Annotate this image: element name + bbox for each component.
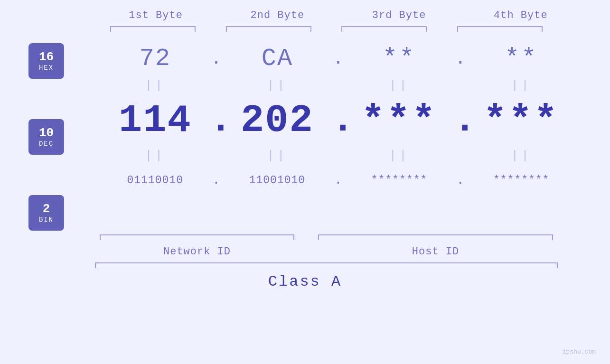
eq-row-1: || || || || (95, 76, 582, 94)
column-headers: 1st Byte 2nd Byte 3rd Byte 4th Byte (28, 9, 582, 21)
network-id-label: Network ID (95, 246, 299, 258)
badge-dec: 10 DEC (28, 119, 64, 155)
bin-cell-2: 11001010 (230, 174, 325, 187)
badge-hex-label: HEX (39, 64, 54, 72)
eq-2-2: || (230, 149, 325, 163)
eq-row-2: || || || || (95, 147, 582, 165)
bin-cell-4: ******** (474, 174, 569, 187)
col-header-2: 2nd Byte (230, 9, 325, 21)
hex-dot-2: . (331, 48, 345, 69)
dec-cell-3: *** (352, 99, 447, 143)
bin-dot-3: . (453, 173, 468, 187)
badge-hex: 16 HEX (28, 43, 64, 79)
badge-hex-number: 16 (39, 50, 54, 64)
hex-val-3: ** (383, 45, 416, 73)
data-rows: 72 . CA . ** . ** || || (95, 41, 582, 196)
eq-1-2: || (230, 78, 325, 93)
hex-val-1: 72 (140, 45, 171, 73)
dec-val-1: 114 (119, 99, 192, 143)
watermark: ipshu.com (563, 348, 596, 355)
hex-dot-1: . (209, 48, 223, 69)
top-brackets (28, 26, 582, 34)
dec-val-4: *** (483, 99, 559, 143)
col-header-3: 3rd Byte (352, 9, 447, 21)
eq-2-3: || (352, 149, 447, 163)
dec-dot-1: . (209, 101, 223, 140)
network-bracket (95, 234, 299, 242)
bin-cell-1: 01110010 (108, 174, 203, 187)
content-area: 16 HEX 10 DEC 2 BIN 72 . CA (28, 41, 582, 231)
bin-val-1: 01110010 (127, 174, 183, 187)
col-header-1: 1st Byte (108, 9, 203, 21)
bin-row: 01110010 . 11001010 . ******** . *******… (95, 165, 582, 196)
hex-cell-1: 72 (108, 45, 203, 73)
full-bracket-line (95, 262, 558, 263)
hex-val-4: ** (505, 45, 538, 73)
host-id-label: Host ID (313, 246, 558, 258)
bin-dot-2: . (331, 173, 345, 187)
id-labels: Network ID Host ID (28, 246, 582, 258)
eq-1-4: || (474, 78, 569, 93)
dec-cell-1: 114 (108, 99, 203, 143)
dec-row: 114 . 202 . *** . *** (95, 94, 582, 147)
bracket-3 (337, 26, 432, 34)
bin-cell-3: ******** (352, 174, 447, 187)
hex-cell-2: CA (230, 45, 325, 73)
dec-cell-4: *** (474, 99, 569, 143)
badge-dec-number: 10 (39, 126, 54, 140)
class-label: Class A (28, 273, 582, 290)
dec-dot-3: . (453, 101, 468, 140)
hex-row: 72 . CA . ** . ** (95, 41, 582, 76)
eq-2-4: || (474, 149, 569, 163)
bin-val-2: 11001010 (249, 174, 305, 187)
badges-column: 16 HEX 10 DEC 2 BIN (28, 41, 95, 231)
bin-dot-1: . (209, 173, 223, 187)
full-bottom-bracket (28, 262, 582, 263)
bin-val-4: ******** (493, 174, 549, 187)
badge-bin-label: BIN (39, 216, 54, 224)
bin-val-3: ******** (371, 174, 427, 187)
dec-cell-2: 202 (230, 99, 325, 143)
hex-cell-4: ** (474, 45, 569, 73)
host-bracket (313, 234, 558, 242)
badge-bin-number: 2 (43, 202, 50, 216)
bottom-brackets (28, 234, 582, 242)
badge-bin: 2 BIN (28, 195, 64, 231)
eq-2-1: || (108, 149, 203, 163)
bracket-2 (221, 26, 316, 34)
eq-1-3: || (352, 78, 447, 93)
col-header-4: 4th Byte (473, 9, 568, 21)
hex-dot-3: . (453, 48, 468, 69)
bracket-4 (452, 26, 547, 34)
main-container: 1st Byte 2nd Byte 3rd Byte 4th Byte (0, 0, 610, 364)
eq-1-1: || (108, 78, 203, 93)
hex-cell-3: ** (352, 45, 447, 73)
bracket-1 (105, 26, 200, 34)
dec-val-3: *** (361, 99, 437, 143)
badge-dec-label: DEC (39, 140, 54, 148)
dec-val-2: 202 (241, 99, 314, 143)
hex-val-2: CA (262, 45, 293, 73)
dec-dot-2: . (331, 101, 345, 140)
